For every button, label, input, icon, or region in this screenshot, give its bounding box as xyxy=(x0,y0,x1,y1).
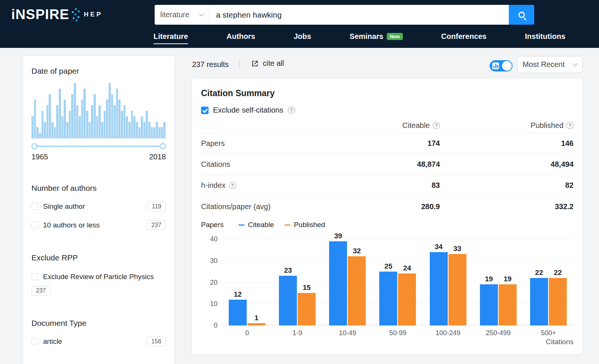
histogram-bar xyxy=(151,127,153,138)
cite-all-icon xyxy=(251,59,259,68)
help-icon[interactable]: ? xyxy=(566,122,574,129)
bar[interactable] xyxy=(398,273,416,325)
bar-published-100-249[interactable]: 33 xyxy=(448,245,467,325)
citation-summary-card: Citation Summary Exclude self-citations … xyxy=(192,79,583,354)
histogram-bar xyxy=(31,116,34,138)
bar-published-1-9[interactable]: 15 xyxy=(297,284,316,325)
bar-published-0[interactable]: 1 xyxy=(247,314,266,325)
bar-published-10-49[interactable]: 32 xyxy=(347,247,366,325)
facet-option-label: Single author xyxy=(43,202,147,211)
bar[interactable] xyxy=(480,284,498,325)
checkbox[interactable] xyxy=(31,273,38,280)
nav-institutions[interactable]: Institutions xyxy=(525,32,565,44)
bar-chart-icon xyxy=(492,62,499,69)
x-tick-label: 50-99 xyxy=(373,329,423,337)
cite-all-button[interactable]: cite all xyxy=(251,59,284,68)
nav-label: Institutions xyxy=(525,32,565,41)
rpp-facet: Exclude RPP Exclude Review of Particle P… xyxy=(31,253,166,296)
published-value: 146 xyxy=(440,139,574,148)
bar[interactable] xyxy=(229,300,247,325)
facet-option-ten-or-less[interactable]: 10 authors or less 237 xyxy=(31,220,166,230)
nav-authors[interactable]: Authors xyxy=(226,32,255,44)
results-separator: | xyxy=(238,59,241,69)
bar-published-250-499[interactable]: 19 xyxy=(498,275,517,325)
histogram-bar xyxy=(39,133,41,138)
histogram-bar xyxy=(69,111,71,138)
inspire-logo[interactable]: iNSPIRE HEP xyxy=(11,7,103,22)
bar[interactable] xyxy=(499,284,517,325)
histogram-bar xyxy=(61,116,64,138)
bar[interactable] xyxy=(298,293,316,325)
bar-value-label: 19 xyxy=(504,275,511,283)
bar-published-500+[interactable]: 22 xyxy=(548,269,567,325)
bar-citeable-1-9[interactable]: 23 xyxy=(279,266,297,325)
chart-x-axis-title: Citations xyxy=(222,338,574,346)
slider-handle-end[interactable] xyxy=(160,143,166,149)
bar-citeable-0[interactable]: 12 xyxy=(228,290,247,325)
search-button[interactable] xyxy=(509,5,534,25)
search-input[interactable] xyxy=(209,5,509,25)
histogram-bar xyxy=(42,111,44,138)
bar-value-label: 33 xyxy=(453,245,461,253)
nav-literature[interactable]: Literature xyxy=(153,32,188,44)
bar[interactable] xyxy=(449,254,466,325)
nav-seminars[interactable]: SeminarsNew xyxy=(350,32,403,44)
exclude-self-citations-row[interactable]: Exclude self-citations ? xyxy=(201,106,574,114)
y-tick-label: 20 xyxy=(203,279,218,287)
facet-option-label: Exclude Review of Particle Physics xyxy=(43,273,154,281)
bar-citeable-250-499[interactable]: 19 xyxy=(480,275,498,325)
histogram-bar xyxy=(59,89,61,138)
bar-groups: 121231539322524343319192222 xyxy=(222,231,574,325)
help-icon[interactable]: ? xyxy=(288,107,295,114)
histogram-bar xyxy=(109,83,111,138)
histogram-bar xyxy=(98,105,101,138)
x-tick-label: 10-49 xyxy=(322,329,373,337)
facet-option-exclude-rpp[interactable]: Exclude Review of Particle Physics xyxy=(31,270,166,283)
bar-published-50-99[interactable]: 24 xyxy=(398,264,416,325)
sort-select[interactable]: Most Recent xyxy=(517,56,583,73)
table-row: Papers 174 146 xyxy=(201,133,574,154)
bar-citeable-500+[interactable]: 22 xyxy=(530,269,548,325)
search-scope-select[interactable]: literature xyxy=(155,5,209,25)
legend-item-citeable[interactable]: Citeable xyxy=(238,221,274,229)
bar[interactable] xyxy=(247,323,265,325)
bar-citeable-100-249[interactable]: 34 xyxy=(429,243,448,325)
histogram-bar xyxy=(163,122,165,138)
histogram-bar xyxy=(124,105,126,138)
exclude-self-label: Exclude self-citations xyxy=(213,106,283,114)
help-icon[interactable]: ? xyxy=(229,182,236,189)
bar-citeable-10-49[interactable]: 39 xyxy=(329,232,347,325)
column-header-label: Published xyxy=(530,121,563,130)
checkbox[interactable] xyxy=(31,338,38,345)
histogram-bar xyxy=(141,116,143,138)
inspire-literature-page: iNSPIRE HEP literature Literature Author… xyxy=(0,0,599,364)
table-row: Citations 48,874 48,494 xyxy=(201,154,574,175)
facet-option-article[interactable]: article 156 xyxy=(31,337,166,346)
row-label: Papers xyxy=(201,139,316,148)
bar-group: 2315 xyxy=(272,266,322,325)
bar[interactable] xyxy=(430,252,448,325)
checkbox[interactable] xyxy=(31,222,38,229)
results-count: 237 results xyxy=(192,60,229,69)
nav-conferences[interactable]: Conferences xyxy=(441,32,486,44)
bar[interactable] xyxy=(530,278,548,325)
y-tick-label: 40 xyxy=(203,235,218,243)
bar[interactable] xyxy=(379,272,397,325)
nav-jobs[interactable]: Jobs xyxy=(294,32,311,44)
help-icon[interactable]: ? xyxy=(433,122,440,129)
citation-summary-toggle[interactable] xyxy=(490,60,513,71)
bar[interactable] xyxy=(329,241,347,325)
slider-handle-start[interactable] xyxy=(31,143,37,149)
legend-dash-citeable xyxy=(238,224,244,226)
bar[interactable] xyxy=(549,278,567,325)
slider-track[interactable] xyxy=(34,146,164,147)
bar-value-label: 22 xyxy=(554,269,562,277)
bar-citeable-50-99[interactable]: 25 xyxy=(379,262,398,325)
checkbox[interactable] xyxy=(31,203,38,210)
facet-option-single-author[interactable]: Single author 119 xyxy=(31,202,166,211)
bar[interactable] xyxy=(279,276,297,325)
bar[interactable] xyxy=(348,256,366,325)
legend-item-published[interactable]: Published xyxy=(285,221,325,229)
toggle-knob[interactable] xyxy=(502,61,512,71)
exclude-self-checkbox[interactable] xyxy=(201,107,209,114)
